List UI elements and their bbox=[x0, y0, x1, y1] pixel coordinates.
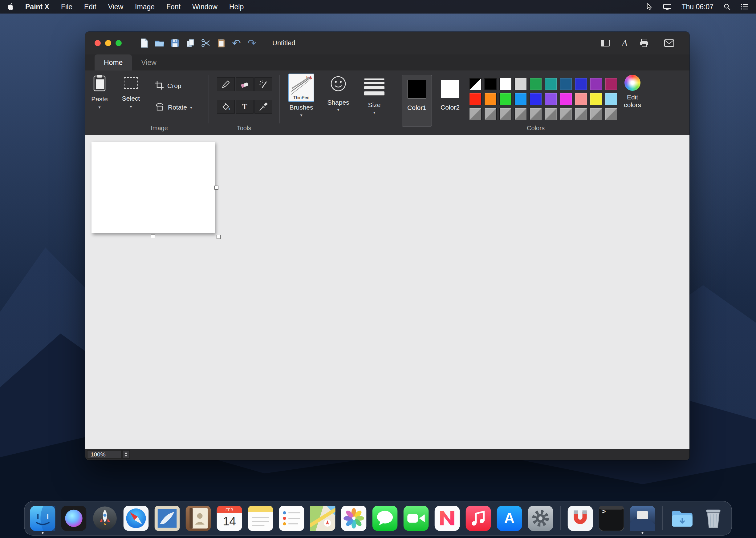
tab-view[interactable]: View bbox=[132, 54, 165, 71]
color-swatch[interactable] bbox=[560, 78, 572, 90]
notification-center-icon[interactable] bbox=[741, 3, 749, 11]
color-swatch[interactable] bbox=[499, 93, 512, 105]
edit-colors-button[interactable]: Edit colors bbox=[617, 75, 648, 109]
canvas-area[interactable] bbox=[85, 135, 689, 449]
color-swatch[interactable] bbox=[469, 108, 481, 120]
reminders-icon[interactable] bbox=[279, 506, 304, 531]
save-icon[interactable] bbox=[169, 37, 180, 49]
color-swatch[interactable] bbox=[469, 93, 481, 105]
apple-menu-icon[interactable] bbox=[7, 3, 14, 11]
close-button[interactable] bbox=[94, 40, 101, 46]
photos-icon[interactable] bbox=[341, 506, 367, 531]
color-swatch[interactable] bbox=[545, 93, 557, 105]
tab-home[interactable]: Home bbox=[94, 54, 132, 71]
menu-image[interactable]: Image bbox=[135, 3, 155, 11]
system-preferences-icon[interactable] bbox=[528, 506, 553, 531]
pencil-tool[interactable] bbox=[217, 77, 235, 91]
maps-icon[interactable] bbox=[310, 506, 336, 531]
eraser-tool[interactable] bbox=[236, 77, 254, 91]
color-swatch[interactable] bbox=[575, 78, 587, 90]
undo-icon[interactable]: ↶ bbox=[231, 37, 242, 49]
news-icon[interactable] bbox=[435, 506, 460, 531]
terminal-icon[interactable]: >_ bbox=[599, 506, 624, 531]
shapes-button[interactable]: Shapes ▾ bbox=[324, 74, 352, 112]
minimize-button[interactable] bbox=[105, 40, 111, 46]
color-swatch[interactable] bbox=[515, 78, 527, 90]
color-swatch[interactable] bbox=[560, 108, 572, 120]
messages-icon[interactable] bbox=[372, 506, 398, 531]
menu-window[interactable]: Window bbox=[192, 3, 218, 11]
contacts-icon[interactable] bbox=[186, 506, 211, 531]
color-swatch[interactable] bbox=[484, 93, 497, 105]
panel-toggle-icon[interactable] bbox=[599, 37, 611, 49]
resize-handle-corner[interactable] bbox=[217, 235, 220, 239]
color-swatch[interactable] bbox=[575, 93, 587, 105]
share-mail-icon[interactable] bbox=[663, 37, 675, 49]
color-swatch[interactable] bbox=[515, 108, 527, 120]
color-swatch[interactable] bbox=[605, 93, 617, 105]
mail-icon[interactable] bbox=[155, 506, 180, 531]
color-swatch[interactable] bbox=[530, 93, 542, 105]
titlebar[interactable]: ↶ ↷ Untitled A bbox=[85, 32, 689, 54]
color-swatch[interactable] bbox=[499, 78, 512, 90]
menu-view[interactable]: View bbox=[108, 3, 123, 11]
menu-help[interactable]: Help bbox=[229, 3, 244, 11]
calendar-icon[interactable]: FEB 14 bbox=[217, 506, 242, 531]
select-button[interactable]: Select ▾ bbox=[119, 77, 143, 109]
color-swatch[interactable] bbox=[575, 108, 587, 120]
crop-button[interactable]: Crop bbox=[154, 80, 181, 91]
safari-icon[interactable] bbox=[124, 506, 149, 531]
notes-icon[interactable] bbox=[248, 506, 273, 531]
color1-button[interactable]: Color1 bbox=[402, 75, 432, 127]
color-swatch[interactable] bbox=[484, 108, 497, 120]
app-store-icon[interactable]: A bbox=[497, 506, 522, 531]
resize-handle-right[interactable] bbox=[215, 186, 219, 189]
menu-file[interactable]: File bbox=[61, 3, 72, 11]
print-icon[interactable] bbox=[638, 37, 650, 49]
resize-handle-bottom[interactable] bbox=[151, 234, 155, 238]
color-swatch[interactable] bbox=[530, 78, 542, 90]
paste-clipboard-icon[interactable] bbox=[215, 37, 227, 49]
color2-button[interactable]: Color2 bbox=[435, 75, 465, 126]
color-swatch[interactable] bbox=[605, 78, 617, 90]
facetime-icon[interactable] bbox=[404, 506, 429, 531]
menubar-clock[interactable]: Thu 06:07 bbox=[681, 3, 714, 11]
eyedropper-tool[interactable] bbox=[254, 100, 272, 114]
trash-icon[interactable] bbox=[701, 506, 726, 531]
paint-x-icon[interactable] bbox=[630, 506, 655, 531]
redo-icon[interactable]: ↷ bbox=[246, 37, 258, 49]
rotate-button[interactable]: Rotate ▾ bbox=[154, 102, 192, 113]
open-file-icon[interactable] bbox=[154, 37, 165, 49]
new-document-icon[interactable] bbox=[138, 37, 150, 49]
zoom-button[interactable] bbox=[115, 40, 122, 46]
color-swatch[interactable] bbox=[545, 78, 557, 90]
spotlight-search-icon[interactable] bbox=[724, 3, 731, 11]
copy-icon[interactable] bbox=[185, 37, 196, 49]
canvas[interactable] bbox=[92, 142, 215, 233]
paste-button[interactable]: Paste ▾ bbox=[89, 74, 111, 109]
launchpad-icon[interactable] bbox=[93, 506, 118, 531]
color-swatch[interactable] bbox=[530, 108, 542, 120]
zoom-stepper[interactable] bbox=[122, 450, 130, 458]
brushes-button[interactable]: Ink ThinPen Brushes ▾ bbox=[287, 74, 315, 117]
color-swatch[interactable] bbox=[469, 78, 481, 90]
fill-tool[interactable] bbox=[217, 100, 235, 114]
color-swatch[interactable] bbox=[590, 78, 602, 90]
zoom-level-field[interactable]: 100% bbox=[87, 450, 122, 458]
downloads-folder-icon[interactable] bbox=[670, 506, 695, 531]
color-swatch[interactable] bbox=[515, 93, 527, 105]
fonts-panel-icon[interactable]: A bbox=[619, 37, 630, 49]
airbrush-tool[interactable] bbox=[254, 77, 272, 91]
color-swatch[interactable] bbox=[590, 108, 602, 120]
menu-font[interactable]: Font bbox=[166, 3, 180, 11]
color-swatch[interactable] bbox=[605, 108, 617, 120]
size-button[interactable]: Size ▾ bbox=[359, 75, 390, 115]
menubar-app-name[interactable]: Paint X bbox=[25, 3, 49, 11]
color-swatch[interactable] bbox=[560, 93, 572, 105]
text-tool[interactable]: T bbox=[236, 100, 254, 114]
color-swatch[interactable] bbox=[499, 108, 512, 120]
color-swatch[interactable] bbox=[545, 108, 557, 120]
music-icon[interactable] bbox=[466, 506, 491, 531]
cut-scissors-icon[interactable] bbox=[200, 37, 211, 49]
siri-icon[interactable] bbox=[61, 506, 87, 531]
